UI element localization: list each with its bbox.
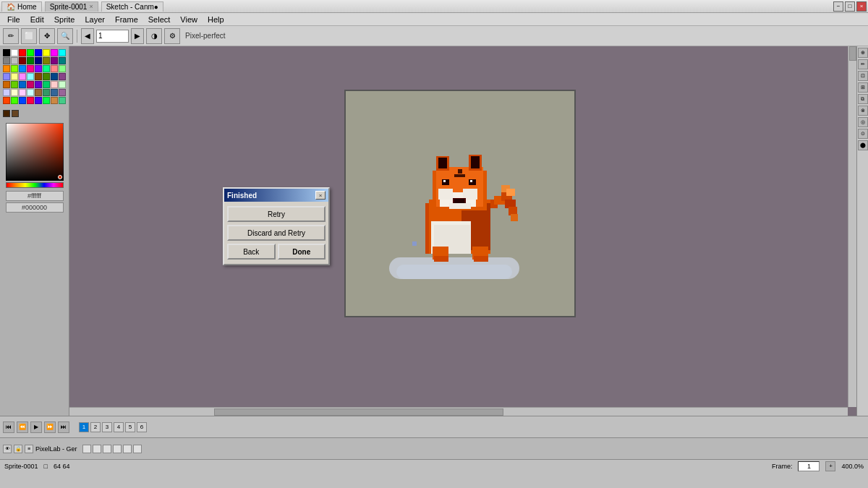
right-tool-8[interactable]: ⊙ — [858, 129, 868, 139]
palette-color-46[interactable] — [51, 89, 58, 96]
palette-color-54[interactable] — [51, 97, 58, 104]
palette-color-42[interactable] — [19, 89, 26, 96]
color-hue-bar[interactable] — [6, 182, 64, 188]
layer-cell-2[interactable] — [93, 445, 101, 453]
tool-pencil[interactable]: ✏ — [3, 28, 19, 44]
palette-color-18[interactable] — [19, 65, 26, 72]
palette-color-53[interactable] — [43, 97, 50, 104]
horizontal-scrollbar[interactable] — [69, 407, 848, 416]
palette-color-47[interactable] — [59, 89, 66, 96]
right-tool-1[interactable]: ⊕ — [858, 48, 868, 58]
palette-color-15[interactable] — [59, 57, 66, 64]
palette-color-34[interactable] — [19, 81, 26, 88]
palette-color-40[interactable] — [3, 89, 10, 96]
palette-color-35[interactable] — [27, 81, 34, 88]
timeline-next[interactable]: ⏩ — [44, 421, 56, 433]
palette-color-6[interactable] — [51, 49, 58, 56]
tool-zoom[interactable]: 🔍 — [57, 28, 73, 44]
retry-button[interactable]: Retry — [227, 206, 326, 222]
palette-color-10[interactable] — [19, 57, 26, 64]
palette-color-4[interactable] — [35, 49, 42, 56]
tool-move[interactable]: ✥ — [39, 28, 55, 44]
close-button[interactable]: × — [856, 1, 867, 12]
right-tool-3[interactable]: ⊡ — [858, 71, 868, 81]
palette-color-25[interactable] — [11, 73, 18, 80]
timeline-first[interactable]: ⏮ — [3, 421, 14, 433]
palette-color-19[interactable] — [27, 65, 34, 72]
tab-sprite[interactable]: Sprite-0001 × — [45, 1, 98, 12]
palette-color-3[interactable] — [27, 49, 34, 56]
extra-color-1[interactable] — [3, 110, 10, 117]
palette-color-52[interactable] — [35, 97, 42, 104]
dialog-close-button[interactable]: × — [315, 191, 326, 200]
palette-color-2[interactable] — [19, 49, 26, 56]
tab-home[interactable]: 🏠 Home — [1, 1, 42, 12]
tool-opacity[interactable]: ◑ — [146, 28, 162, 44]
palette-color-12[interactable] — [35, 57, 42, 64]
frame-4[interactable]: 4 — [114, 422, 124, 432]
palette-color-22[interactable] — [51, 65, 58, 72]
menu-layer[interactable]: Layer — [80, 14, 109, 25]
color-picker-gradient[interactable] — [6, 123, 64, 181]
right-tool-7[interactable]: ◎ — [858, 117, 868, 127]
timeline-prev[interactable]: ⏪ — [17, 421, 28, 433]
done-button[interactable]: Done — [278, 244, 326, 260]
palette-color-37[interactable] — [43, 81, 50, 88]
tool-settings[interactable]: ⚙ — [164, 28, 180, 44]
palette-color-48[interactable] — [3, 97, 10, 104]
layer-cell-1[interactable] — [82, 445, 91, 453]
frame-add-button[interactable]: + — [825, 461, 835, 471]
palette-color-32[interactable] — [3, 81, 10, 88]
minimize-button[interactable]: − — [833, 1, 843, 12]
menu-sprite[interactable]: Sprite — [50, 14, 80, 25]
tool-size-inc[interactable]: ▶ — [131, 28, 144, 44]
dialog-title-bar[interactable]: Finished × — [224, 189, 328, 202]
tab-sketch[interactable]: Sketch - Canm● — [101, 1, 163, 12]
tool-size-dec[interactable]: ◀ — [81, 28, 94, 44]
palette-color-20[interactable] — [35, 65, 42, 72]
menu-edit[interactable]: Edit — [26, 14, 48, 25]
palette-color-5[interactable] — [43, 49, 50, 56]
frame-5[interactable]: 5 — [125, 422, 135, 432]
palette-color-23[interactable] — [59, 65, 66, 72]
scrollbar-thumb-h[interactable] — [214, 408, 503, 416]
palette-color-26[interactable] — [19, 73, 26, 80]
palette-color-11[interactable] — [27, 57, 34, 64]
layer-name[interactable]: PixelLab - Ger — [35, 445, 77, 453]
brush-size-input[interactable] — [96, 30, 129, 43]
frame-1[interactable]: 1 — [79, 422, 89, 432]
palette-color-38[interactable] — [51, 81, 58, 88]
palette-color-14[interactable] — [51, 57, 58, 64]
layer-cell-3[interactable] — [103, 445, 111, 453]
palette-color-13[interactable] — [43, 57, 50, 64]
palette-color-28[interactable] — [35, 73, 42, 80]
palette-color-33[interactable] — [11, 81, 18, 88]
palette-color-24[interactable] — [3, 73, 10, 80]
palette-color-50[interactable] — [19, 97, 26, 104]
palette-color-31[interactable] — [59, 73, 66, 80]
frame-2[interactable]: 2 — [90, 422, 101, 432]
back-button[interactable]: Back — [227, 244, 276, 260]
timeline-play[interactable]: ▶ — [30, 421, 42, 433]
palette-color-8[interactable] — [3, 57, 10, 64]
maximize-button[interactable]: □ — [845, 1, 855, 12]
layer-cell-4[interactable] — [113, 445, 122, 453]
frame-3[interactable]: 3 — [102, 422, 112, 432]
palette-color-27[interactable] — [27, 73, 34, 80]
palette-color-29[interactable] — [43, 73, 50, 80]
discard-retry-button[interactable]: Discard and Retry — [227, 225, 326, 241]
palette-color-44[interactable] — [35, 89, 42, 96]
frame-value-input[interactable] — [798, 461, 820, 471]
palette-color-36[interactable] — [35, 81, 42, 88]
menu-select[interactable]: Select — [144, 14, 175, 25]
palette-color-21[interactable] — [43, 65, 50, 72]
palette-color-1[interactable] — [11, 49, 18, 56]
menu-help[interactable]: Help — [203, 14, 229, 25]
right-tool-6[interactable]: ⊗ — [858, 106, 868, 116]
menu-file[interactable]: File — [3, 14, 25, 25]
palette-color-9[interactable] — [11, 57, 18, 64]
layer-visibility-toggle[interactable]: 👁 — [3, 445, 12, 453]
menu-frame[interactable]: Frame — [111, 14, 142, 25]
palette-color-55[interactable] — [59, 97, 66, 104]
tab-sprite-close[interactable]: × — [89, 3, 93, 10]
